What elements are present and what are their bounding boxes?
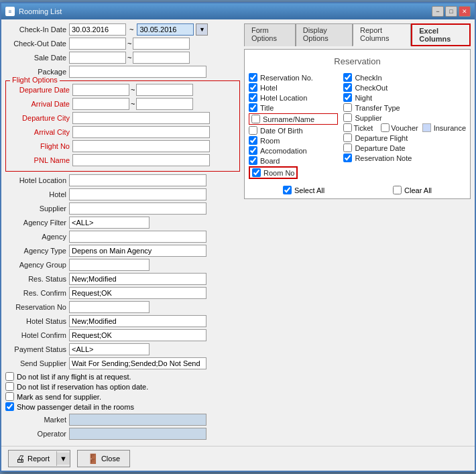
departure-date-input[interactable] bbox=[72, 84, 129, 96]
arrival-city-input[interactable] bbox=[72, 126, 210, 138]
checkin-date-input[interactable] bbox=[69, 23, 126, 36]
tilde1: ~ bbox=[128, 25, 135, 34]
report-dropdown-arrow[interactable]: ▼ bbox=[57, 453, 70, 465]
cb-checkout-checkbox[interactable] bbox=[343, 83, 352, 92]
package-input[interactable] bbox=[69, 66, 206, 78]
cb-room: Room bbox=[249, 136, 338, 145]
cb-dob-checkbox[interactable] bbox=[249, 126, 257, 135]
cb-departure-flight-checkbox[interactable] bbox=[343, 133, 352, 142]
clear-all-checkbox[interactable] bbox=[393, 186, 402, 194]
payment-status-input[interactable] bbox=[69, 343, 150, 355]
tab-excel-columns[interactable]: Excel Columns bbox=[411, 23, 471, 46]
flight-no-input[interactable] bbox=[72, 140, 210, 152]
res-confirm-row: Res. Confirm bbox=[5, 287, 240, 299]
checkout-date-input2[interactable] bbox=[133, 38, 190, 50]
departure-city-input[interactable] bbox=[72, 112, 210, 124]
reservation-no-input[interactable] bbox=[69, 301, 150, 313]
pnl-name-row: PNL Name bbox=[9, 154, 237, 166]
cb-room-checkbox[interactable] bbox=[249, 136, 257, 145]
supplier-label: Supplier bbox=[5, 204, 69, 213]
select-all-checkbox[interactable] bbox=[283, 186, 292, 194]
window-close-button[interactable]: ✕ bbox=[459, 6, 471, 17]
cb-checkin-checkbox[interactable] bbox=[343, 73, 352, 82]
sale-date-input2[interactable] bbox=[133, 52, 190, 64]
cb-supplier-checkbox[interactable] bbox=[343, 113, 352, 122]
arrival-date-input[interactable] bbox=[72, 98, 129, 110]
arrival-date-input2[interactable] bbox=[136, 98, 193, 110]
cb3-checkbox[interactable] bbox=[5, 392, 14, 401]
cb1-checkbox[interactable] bbox=[5, 372, 14, 381]
checkin-date-input2[interactable] bbox=[137, 23, 194, 36]
checkin-inputs: ~ ▼ bbox=[69, 23, 208, 36]
agency-group-label: Agency Group bbox=[5, 261, 69, 269]
reservation-no-label: Reservation No bbox=[5, 303, 69, 311]
send-supplier-input[interactable] bbox=[69, 357, 206, 369]
reservation-header-area: Reservation bbox=[249, 54, 466, 69]
hotel-status-input[interactable] bbox=[69, 315, 206, 327]
tab-form-options[interactable]: Form Options bbox=[244, 23, 296, 46]
agency-input[interactable] bbox=[69, 231, 206, 243]
pnl-name-input[interactable] bbox=[72, 154, 210, 166]
cb-room-no-checkbox[interactable] bbox=[252, 168, 261, 177]
flight-options-title: Flight Options bbox=[10, 76, 60, 84]
cb-hotel: Hotel bbox=[249, 83, 338, 92]
cb-reservation-note-checkbox[interactable] bbox=[343, 154, 352, 162]
report-main[interactable]: 🖨 Report bbox=[9, 451, 57, 466]
cb2-checkbox[interactable] bbox=[5, 382, 14, 391]
market-input[interactable] bbox=[69, 414, 206, 426]
tilde2: ~ bbox=[126, 40, 133, 48]
cb-res-no-checkbox[interactable] bbox=[249, 73, 257, 82]
agency-type-input[interactable] bbox=[69, 245, 206, 257]
cb-night: Night bbox=[343, 93, 466, 102]
cb-departure-flight: Departure Flight bbox=[343, 133, 466, 142]
cb-hotel-checkbox[interactable] bbox=[249, 83, 257, 92]
cb-voucher-checkbox[interactable] bbox=[381, 123, 390, 132]
departure-date-input2[interactable] bbox=[136, 84, 193, 96]
sale-date-input[interactable] bbox=[69, 52, 126, 64]
block-checkboxes: Do not list if any flight is at request.… bbox=[5, 372, 240, 411]
tab-display-options[interactable]: Display Options bbox=[296, 23, 353, 46]
cb-reservation-note: Reservation Note bbox=[343, 154, 466, 162]
hotel-location-input[interactable] bbox=[69, 174, 206, 186]
cb3-label: Mark as send for supplier. bbox=[17, 393, 101, 401]
hotel-label: Hotel bbox=[5, 190, 69, 198]
cb4-row: Show passenger detail in the rooms bbox=[5, 402, 240, 411]
window-title: Rooming List bbox=[19, 7, 62, 15]
cb-accomodation-checkbox[interactable] bbox=[249, 146, 257, 155]
report-button[interactable]: 🖨 Report ▼ bbox=[8, 450, 70, 467]
send-supplier-label: Send Supplier bbox=[5, 359, 69, 367]
package-label: Package bbox=[5, 68, 69, 76]
maximize-button[interactable]: □ bbox=[445, 6, 457, 17]
res-status-input[interactable] bbox=[69, 273, 206, 285]
cb-ticket-label: Ticket bbox=[353, 124, 373, 132]
cb-night-checkbox[interactable] bbox=[343, 93, 352, 102]
hotel-confirm-label: Hotel Confirm bbox=[5, 331, 69, 339]
close-button[interactable]: 🚪 Close bbox=[77, 450, 130, 467]
cb-departure-flight-label: Departure Flight bbox=[355, 134, 408, 142]
tab-report-columns[interactable]: Report Columns bbox=[353, 23, 411, 46]
agency-filter-input[interactable] bbox=[69, 217, 150, 229]
cb-transfer-type-checkbox[interactable] bbox=[343, 103, 352, 112]
operator-input[interactable] bbox=[69, 428, 206, 440]
hotel-input[interactable] bbox=[69, 188, 206, 200]
sale-date-label: Sale Date bbox=[5, 54, 69, 62]
cb-hotel-location-checkbox[interactable] bbox=[249, 93, 257, 102]
checkout-date-input[interactable] bbox=[69, 38, 126, 50]
hotel-confirm-input[interactable] bbox=[69, 329, 206, 341]
tab-content: Reservation Reservation No. Hotel bbox=[244, 49, 471, 199]
checkin-dropdown-button[interactable]: ▼ bbox=[196, 23, 208, 36]
supplier-input[interactable] bbox=[69, 202, 206, 215]
res-confirm-input[interactable] bbox=[69, 287, 206, 299]
pnl-name-label: PNL Name bbox=[9, 156, 72, 164]
cb-surname-name-checkbox[interactable] bbox=[251, 115, 260, 123]
cb-dob-label: Date Of Birth bbox=[260, 127, 303, 135]
cb-ticket-checkbox[interactable] bbox=[343, 123, 352, 132]
agency-group-input[interactable] bbox=[69, 259, 150, 271]
cb4-checkbox[interactable] bbox=[5, 402, 14, 411]
cb-title-checkbox[interactable] bbox=[249, 103, 257, 112]
agency-filter-label: Agency Filter bbox=[5, 219, 69, 227]
minimize-button[interactable]: − bbox=[432, 6, 444, 17]
cb-departure-date-checkbox[interactable] bbox=[343, 143, 352, 152]
cb-board-checkbox[interactable] bbox=[249, 156, 257, 165]
checkout-label: Check-Out Date bbox=[5, 40, 69, 48]
